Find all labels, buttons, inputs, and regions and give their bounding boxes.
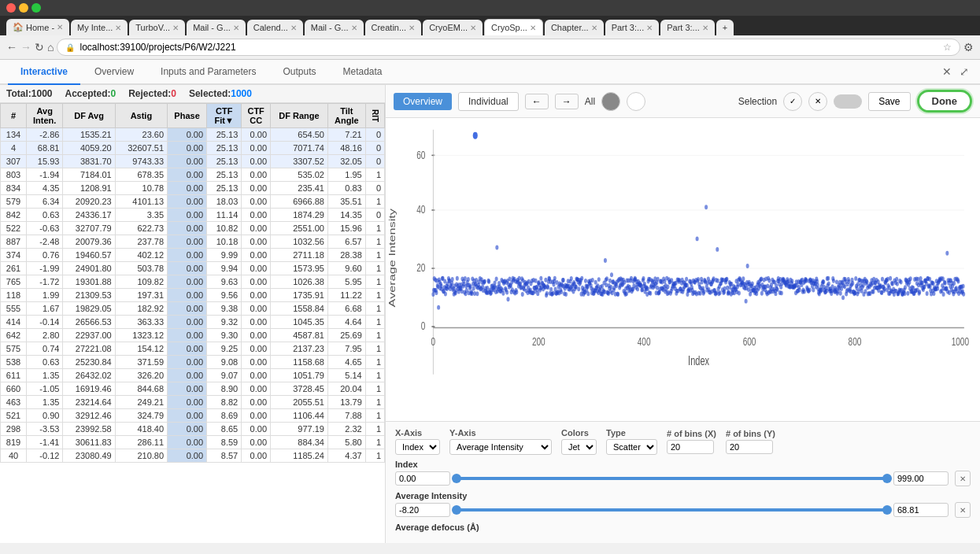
- tab-mail1-close[interactable]: ✕: [233, 24, 239, 32]
- tab-creating-close[interactable]: ✕: [409, 24, 415, 32]
- tab-inputs-params[interactable]: Inputs and Parameters: [148, 60, 268, 85]
- col-astig[interactable]: Astig: [115, 104, 167, 128]
- table-row[interactable]: 468.814059.2032607.510.0025.130.007071.7…: [1, 142, 385, 155]
- tab-creating[interactable]: Creatin... ✕: [365, 20, 422, 35]
- done-button[interactable]: Done: [917, 90, 973, 113]
- individual-button[interactable]: Individual: [458, 92, 519, 111]
- col-avg-inten[interactable]: AvgInten.: [27, 104, 63, 128]
- avg-intensity-min-input[interactable]: [395, 503, 450, 517]
- table-row[interactable]: 5750.7427221.08154.120.009.250.002137.23…: [1, 342, 385, 356]
- table-row[interactable]: 134-2.861535.2123.600.0025.130.00654.507…: [1, 128, 385, 142]
- tab-chapter-close[interactable]: ✕: [591, 24, 597, 32]
- bins-x-input[interactable]: [667, 440, 714, 454]
- table-row[interactable]: 414-0.1426566.53363.330.009.320.001045.3…: [1, 316, 385, 329]
- panel-expand-button[interactable]: ⤢: [956, 60, 972, 83]
- avg-intensity-clear-button[interactable]: ✕: [955, 502, 971, 518]
- color-circle-btn-1[interactable]: [601, 92, 620, 111]
- col-df-avg[interactable]: DF Avg: [63, 104, 115, 128]
- colors-select[interactable]: Jet: [561, 439, 597, 455]
- tab-myinte-close[interactable]: ✕: [115, 24, 121, 32]
- table-row[interactable]: 6111.3526432.02326.200.009.070.001051.79…: [1, 369, 385, 382]
- extensions-button[interactable]: ⚙: [963, 41, 974, 54]
- type-select[interactable]: Scatter: [606, 439, 657, 455]
- bins-y-input[interactable]: [726, 440, 773, 454]
- table-row[interactable]: 887-2.4820079.36237.780.0010.180.001032.…: [1, 235, 385, 249]
- tab-cryoem-close[interactable]: ✕: [470, 24, 476, 32]
- avg-intensity-max-input[interactable]: [893, 503, 949, 517]
- col-rit[interactable]: RIT: [365, 104, 384, 128]
- table-row[interactable]: 8420.6324336.173.350.0011.140.001874.291…: [1, 209, 385, 222]
- table-row[interactable]: 522-0.6332707.79622.730.0010.820.002551.…: [1, 222, 385, 235]
- maximize-window[interactable]: [31, 3, 41, 13]
- close-window[interactable]: [6, 3, 16, 13]
- index-slider-handle-right[interactable]: [882, 474, 892, 483]
- bookmark-icon[interactable]: ☆: [943, 42, 952, 53]
- table-row[interactable]: 1181.9921309.53197.310.009.560.001735.91…: [1, 289, 385, 302]
- table-row[interactable]: 5551.6719829.05182.920.009.380.001558.84…: [1, 302, 385, 316]
- tab-metadata[interactable]: Metadata: [330, 60, 394, 85]
- avg-intensity-slider-handle-left[interactable]: [452, 505, 461, 515]
- col-phase[interactable]: Phase: [168, 104, 207, 128]
- overview-button[interactable]: Overview: [394, 93, 452, 110]
- tab-overview[interactable]: Overview: [82, 60, 146, 85]
- home-button[interactable]: ⌂: [47, 41, 54, 54]
- y-axis-select[interactable]: Average Intensity: [449, 439, 552, 455]
- tab-cryoem[interactable]: CryoEM... ✕: [423, 20, 483, 35]
- tab-part3-2-close[interactable]: ✕: [702, 24, 708, 32]
- table-row[interactable]: 40-0.1223080.49210.800.008.570.001185.24…: [1, 449, 385, 463]
- new-tab-button[interactable]: +: [716, 20, 734, 35]
- col-df-range[interactable]: DF Range: [271, 104, 328, 128]
- address-bar[interactable]: 🔒 localhost:39100/projects/P6/W2/J221 ☆: [57, 39, 960, 56]
- index-max-input[interactable]: [893, 471, 949, 486]
- table-row[interactable]: 5796.3420920.234101.130.0018.030.006966.…: [1, 195, 385, 209]
- table-row[interactable]: 8344.351208.9110.780.0025.130.00235.410.…: [1, 182, 385, 195]
- index-slider-handle-left[interactable]: [452, 474, 461, 483]
- refresh-button[interactable]: ↻: [35, 41, 44, 54]
- selection-x-btn[interactable]: ✕: [808, 92, 827, 111]
- x-axis-select[interactable]: Index: [395, 439, 440, 455]
- nav-next-button[interactable]: →: [555, 94, 579, 109]
- table-row[interactable]: 298-3.5323992.58418.400.008.650.00977.19…: [1, 423, 385, 436]
- toggle-switch[interactable]: [834, 94, 862, 109]
- table-row[interactable]: 6422.8022937.001323.120.009.300.004587.8…: [1, 329, 385, 342]
- tab-mail1[interactable]: Mail - G... ✕: [187, 20, 246, 35]
- col-ctf-fit[interactable]: CTFFit▼: [207, 104, 242, 128]
- avg-intensity-slider-handle-right[interactable]: [882, 505, 892, 515]
- table-row[interactable]: 660-1.0516919.46844.680.008.900.003728.4…: [1, 382, 385, 396]
- tab-cryosp-close[interactable]: ✕: [530, 24, 536, 32]
- tab-part3-1-close[interactable]: ✕: [646, 24, 653, 32]
- tab-cal[interactable]: Calend... ✕: [247, 20, 303, 35]
- panel-close-button[interactable]: ✕: [939, 60, 955, 83]
- tab-home-close[interactable]: ✕: [57, 23, 63, 31]
- tab-turbov-close[interactable]: ✕: [172, 24, 179, 32]
- index-clear-button[interactable]: ✕: [955, 471, 971, 486]
- table-row[interactable]: 819-1.4130611.83286.110.008.590.00884.34…: [1, 436, 385, 449]
- back-button[interactable]: ←: [6, 41, 17, 54]
- col-tilt-angle[interactable]: TiltAngle: [327, 104, 365, 128]
- tab-turbov[interactable]: TurboV... ✕: [129, 20, 185, 35]
- minimize-window[interactable]: [19, 3, 28, 13]
- tab-cryosp-active[interactable]: CryoSp... ✕: [484, 19, 543, 35]
- nav-prev-button[interactable]: ←: [525, 94, 549, 109]
- table-row[interactable]: 5380.6325230.84371.590.009.080.001158.68…: [1, 356, 385, 369]
- table-row[interactable]: 261-1.9924901.80503.780.009.940.001573.9…: [1, 262, 385, 275]
- save-button[interactable]: Save: [868, 92, 910, 111]
- table-row[interactable]: 765-1.7219301.88109.820.009.630.001026.3…: [1, 275, 385, 289]
- index-min-input[interactable]: [395, 471, 450, 486]
- table-row[interactable]: 30715.933831.709743.330.0025.130.003307.…: [1, 155, 385, 168]
- tab-part3-1[interactable]: Part 3:... ✕: [605, 20, 660, 35]
- tab-chapter[interactable]: Chapter... ✕: [545, 20, 604, 35]
- table-row[interactable]: 803-1.947184.01678.350.0025.130.00535.02…: [1, 168, 385, 182]
- forward-button[interactable]: →: [20, 41, 31, 54]
- tab-interactive[interactable]: Interactive: [8, 60, 80, 85]
- table-row[interactable]: 5210.9032912.46324.790.008.690.001106.44…: [1, 409, 385, 423]
- tab-mail2[interactable]: Mail - G... ✕: [305, 20, 364, 35]
- tab-home[interactable]: 🏠 Home - ✕: [6, 19, 69, 35]
- tab-part3-2[interactable]: Part 3:... ✕: [660, 20, 715, 35]
- col-ctf-cc[interactable]: CTFCC: [242, 104, 271, 128]
- color-circle-btn-2[interactable]: [627, 92, 645, 111]
- table-row[interactable]: 4631.3523214.64249.210.008.820.002055.51…: [1, 396, 385, 409]
- tab-myinte[interactable]: My Inte... ✕: [71, 20, 128, 35]
- tab-outputs[interactable]: Outputs: [270, 60, 328, 85]
- tab-mail2-close[interactable]: ✕: [351, 24, 357, 32]
